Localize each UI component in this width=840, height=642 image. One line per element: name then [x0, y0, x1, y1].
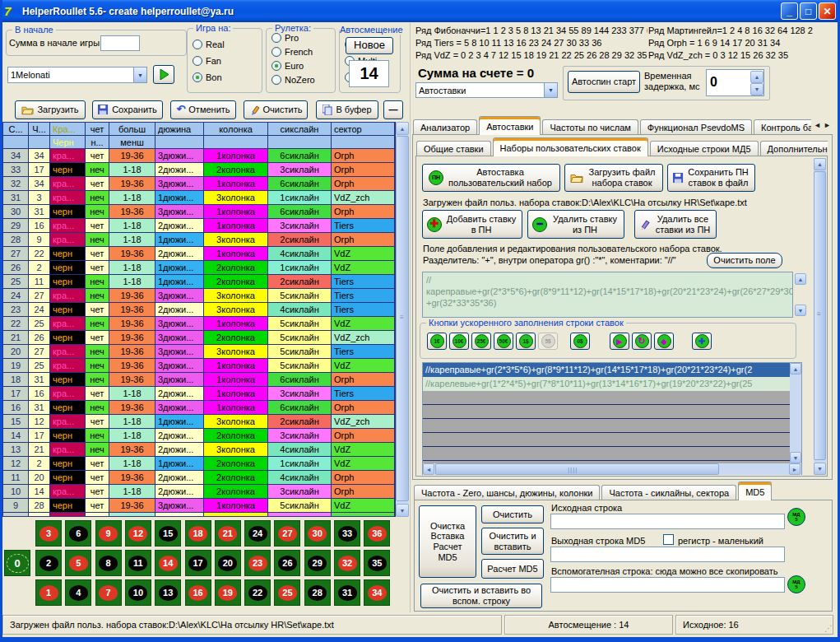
- scroll-up-icon[interactable]: ▲: [790, 363, 801, 374]
- delete-all-bets-button[interactable]: Удалить все ставки из ПН: [634, 210, 717, 239]
- spinner-up-icon[interactable]: ▲: [750, 71, 763, 83]
- roulette-cell-23[interactable]: 23: [244, 550, 271, 576]
- radio-option-fan[interactable]: Fan: [193, 54, 262, 67]
- history-row[interactable]: 1925кра...неч19-363дюжи...1колонка5сикла…: [3, 359, 395, 373]
- history-row[interactable]: 1631черннеч19-363дюжи...1колонка6сиклайн…: [3, 401, 395, 415]
- panel-scrollbar-thumb[interactable]: ≡: [814, 171, 826, 460]
- roulette-cell-24[interactable]: 24: [244, 520, 271, 547]
- roulette-cell-31[interactable]: 31: [334, 579, 360, 606]
- roulette-cell-10[interactable]: 10: [125, 579, 151, 606]
- scroll-down-icon[interactable]: ▼: [396, 504, 409, 517]
- md5-clear-button[interactable]: Очистить: [481, 505, 544, 523]
- history-row[interactable]: 1512кра...чет1-181дюжи...3колонка2сиклай…: [3, 415, 395, 429]
- autoshift-new-button[interactable]: Новое: [346, 37, 393, 54]
- bet-list-empty-row[interactable]: [423, 391, 790, 405]
- delete-bet-button[interactable]: ━ Удалить ставку из ПН: [527, 210, 624, 239]
- history-row[interactable]: 1831черннеч19-363дюжи...1колонка6сиклайн…: [3, 373, 395, 387]
- scroll-down-icon[interactable]: ▼: [790, 452, 801, 463]
- scroll-up-icon[interactable]: ▲: [814, 158, 826, 170]
- bet-list-empty-row[interactable]: [423, 419, 790, 433]
- clear-field-button[interactable]: Очистить поле: [707, 253, 782, 268]
- main-tab-1[interactable]: Анализатор: [413, 119, 477, 135]
- history-row[interactable]: 928чернчет19-363дюжи...1колонка5сиклайнV…: [3, 499, 395, 513]
- editor-scroll-up-icon[interactable]: ▲: [795, 273, 806, 285]
- history-row[interactable]: 2722чернчет19-362дюжи...1колонка4сиклайн…: [3, 247, 395, 261]
- roulette-cell-21[interactable]: 21: [215, 520, 241, 547]
- roulette-cell-36[interactable]: 36: [364, 520, 390, 547]
- radio-option-french[interactable]: French: [271, 45, 335, 58]
- freq-tab-3[interactable]: MD5: [738, 482, 772, 500]
- roulette-cell-9[interactable]: 9: [95, 520, 122, 547]
- history-row[interactable]: 3234кра...чет19-363дюжи...1колонка6сикла…: [3, 177, 395, 191]
- md5-run-button[interactable]: МД5: [787, 508, 805, 526]
- delay-spinner[interactable]: 0 ▲ ▼: [706, 69, 764, 96]
- main-tab-2[interactable]: Автоставки: [479, 116, 541, 135]
- history-row[interactable]: 262чернчет1-181дюжи...2колонка1сиклайнVd…: [3, 261, 395, 275]
- chevron-down-icon[interactable]: ▼: [133, 67, 146, 82]
- roulette-cell-18[interactable]: 18: [185, 520, 211, 547]
- roulette-cell-32[interactable]: 32: [334, 550, 360, 576]
- bet-list-empty-row[interactable]: [423, 405, 790, 419]
- chip-button-50€[interactable]: 50€: [494, 333, 513, 350]
- md5-calc-button[interactable]: Расчет MD5: [481, 559, 544, 579]
- bet-list-empty-row[interactable]: [423, 447, 790, 461]
- run-preset-button[interactable]: [153, 65, 174, 84]
- play-bets-button[interactable]: ▶: [610, 333, 629, 350]
- maximize-button[interactable]: □: [800, 2, 817, 20]
- radio-option-pro[interactable]: Pro: [271, 31, 335, 44]
- radio-option-nozero[interactable]: NoZero: [271, 73, 335, 86]
- md5-output-input[interactable]: [550, 547, 785, 562]
- close-button[interactable]: ✕: [819, 2, 836, 20]
- roulette-cell-17[interactable]: 17: [185, 550, 211, 576]
- tabs-scroll-right-icon[interactable]: ►: [824, 121, 831, 129]
- roulette-cell-27[interactable]: 27: [274, 520, 300, 547]
- history-row[interactable]: 2511черннеч1-181дюжи...2колонка2сиклайнT…: [3, 275, 395, 289]
- roulette-cell-13[interactable]: 13: [155, 579, 181, 606]
- roulette-cell-28[interactable]: 28: [304, 579, 331, 606]
- bet-list-hscrollbar[interactable]: ◄ |||| ►: [423, 463, 801, 475]
- repeat-bets-button[interactable]: ↻: [632, 333, 652, 350]
- roulette-cell-30[interactable]: 30: [304, 520, 331, 547]
- autospin-start-button[interactable]: Автоспин старт: [568, 71, 640, 93]
- history-row[interactable]: 3317черннеч1-182дюжи...2колонка3сиклайнO…: [3, 163, 395, 177]
- random-bets-button[interactable]: ✚: [692, 333, 712, 350]
- add-bet-button[interactable]: ✚ Добавить ставку в ПН: [422, 210, 522, 239]
- history-row[interactable]: 289кра...неч1-181дюжи...3колонка2сиклайн…: [3, 233, 395, 247]
- roulette-cell-1[interactable]: 1: [35, 579, 62, 606]
- history-row[interactable]: 1417черннеч1-182дюжи...2колонка3сиклайнO…: [3, 429, 395, 443]
- history-row[interactable]: 2916кра...чет1-182дюжи...1колонка3сиклай…: [3, 219, 395, 233]
- history-row[interactable]: 2126чернчет19-363дюжи...2колонка5сиклайн…: [3, 331, 395, 345]
- tabs-scroll-left-icon[interactable]: ◄: [814, 121, 821, 129]
- roulette-cell-26[interactable]: 26: [274, 550, 300, 576]
- chip-button-1€[interactable]: 1€: [427, 333, 447, 350]
- roulette-cell-7[interactable]: 7: [95, 579, 122, 606]
- history-scrollbar-thumb[interactable]: ≡: [396, 136, 409, 501]
- radio-option-real[interactable]: Real: [193, 38, 262, 50]
- md5-source-input[interactable]: [550, 514, 785, 529]
- sub-tab-2[interactable]: Наборы пользовательских ставок: [493, 137, 648, 156]
- roulette-cell-33[interactable]: 33: [334, 520, 360, 547]
- md5-stack-button[interactable]: Очистка Вставка Расчет MD5: [419, 505, 476, 578]
- roulette-cell-11[interactable]: 11: [125, 550, 151, 576]
- history-row[interactable]: 1014кра...чет1-182дюжи...2колонка3сиклай…: [3, 485, 395, 499]
- spinner-down-icon[interactable]: ▼: [750, 83, 763, 95]
- roulette-cell-0[interactable]: 0: [4, 550, 30, 576]
- roulette-cell-34[interactable]: 34: [364, 579, 390, 606]
- chip-button-25€[interactable]: 25€: [471, 333, 491, 350]
- minimize-button[interactable]: _: [781, 2, 798, 20]
- main-tab-4[interactable]: Функционал PsevdoMS: [640, 119, 752, 135]
- roulette-cell-14[interactable]: 14: [155, 550, 181, 576]
- scroll-left-icon[interactable]: ◄: [423, 463, 434, 475]
- scroll-right-icon[interactable]: ►: [789, 463, 801, 475]
- chevron-down-icon[interactable]: ▼: [544, 83, 557, 97]
- radio-option-euro[interactable]: Euro: [271, 59, 335, 72]
- undo-button[interactable]: ↶ Отменить: [170, 100, 236, 119]
- md5-aux-clear-paste-button[interactable]: Очистить и вставить во вспом. строку: [420, 584, 542, 608]
- history-row[interactable]: 313кра...неч1-181дюжи...3колонка1сиклайн…: [3, 191, 395, 205]
- collapse-button[interactable]: —: [383, 100, 403, 119]
- roulette-cell-5[interactable]: 5: [65, 550, 91, 576]
- roulette-cell-6[interactable]: 6: [65, 520, 91, 547]
- autostake-set-button[interactable]: ПН Автоставка пользовательский набор: [422, 164, 560, 192]
- history-row[interactable]: 3434кра...чет19-363дюжи...1колонка6сикла…: [3, 149, 395, 163]
- hscroll-thumb[interactable]: ||||: [435, 463, 719, 475]
